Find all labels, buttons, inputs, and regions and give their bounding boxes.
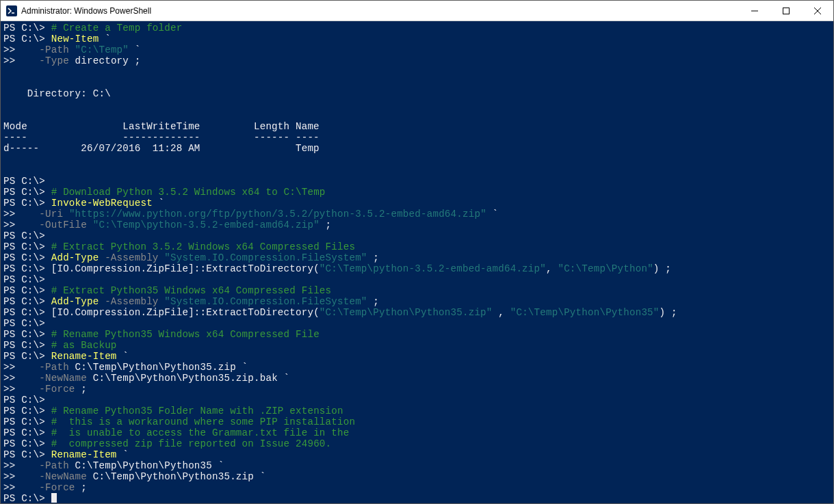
minimize-button[interactable] [739, 1, 770, 21]
terminal-segment: Directory: C:\ [3, 88, 111, 99]
terminal-segment: , [493, 307, 510, 318]
terminal-segment: PS C:\> [3, 438, 51, 449]
terminal-segment: -NewName [39, 471, 92, 482]
terminal-segment: ` [105, 34, 111, 44]
terminal-line: >> -NewName C:\Temp\Python\Python35.zip … [3, 471, 831, 482]
terminal-segment: PS C:\> [3, 395, 45, 406]
terminal-line [3, 154, 831, 165]
terminal-line [3, 99, 831, 110]
terminal-segment: >> [3, 373, 39, 384]
terminal-segment: # is unable to access the Grammar.txt fi… [51, 427, 350, 438]
terminal-line: PS C:\> Invoke-WebRequest ` [3, 198, 831, 209]
terminal-segment: # Extract Python35 Windows x64 Compresse… [51, 285, 332, 296]
terminal-line [3, 66, 831, 77]
terminal-segment: PS C:\> [3, 406, 51, 416]
terminal-segment: "System.IO.Compression.FileSystem" [164, 252, 367, 263]
terminal-segment: PS C:\> [3, 427, 51, 438]
terminal-line: >> -NewName C:\Temp\Python\Python35.zip.… [3, 373, 831, 384]
terminal-segment: C:\Temp\Python\Python35 ` [75, 460, 224, 471]
terminal-line: d----- 26/07/2016 11:28 AM Temp [3, 143, 831, 154]
terminal-line: PS C:\> [3, 318, 831, 329]
terminal-line: PS C:\> [3, 274, 831, 285]
terminal-segment: "C:\Temp\Python\Python35" [510, 307, 660, 318]
terminal-segment: Invoke-WebRequest [51, 198, 159, 209]
terminal-segment: PS C:\> [3, 252, 51, 263]
powershell-icon [6, 5, 17, 16]
terminal-segment: PS C:\> [3, 274, 45, 285]
terminal-segment: ) ; [653, 263, 671, 274]
terminal-segment: >> [3, 44, 39, 55]
terminal-segment: PS C:\> [3, 340, 51, 351]
terminal-segment: >> [3, 482, 39, 493]
terminal-segment: "C:\Temp\Python" [558, 263, 653, 274]
terminal-segment: PS C:\> [3, 285, 51, 296]
terminal-segment: "C:\Temp\python-3.5.2-embed-amd64.zip" [320, 263, 546, 274]
terminal-segment: -Force [39, 384, 81, 395]
terminal-segment: PS C:\> [3, 329, 51, 340]
terminal-segment: # as Backup [51, 340, 117, 351]
terminal-segment: PS C:\> [3, 416, 51, 427]
terminal-segment: PS C:\> [3, 493, 51, 503]
terminal-segment: >> [3, 471, 39, 482]
terminal-line: >> -Uri "https://www.python.org/ftp/pyth… [3, 209, 831, 220]
terminal-output[interactable]: PS C:\> # Create a Temp folderPS C:\> Ne… [1, 21, 833, 503]
terminal-segment: >> [3, 384, 39, 395]
terminal-line: PS C:\> # Extract Python35 Windows x64 C… [3, 285, 831, 296]
terminal-segment: -Type [39, 55, 75, 66]
terminal-segment: ---- ------------- ------ ---- [3, 132, 320, 143]
terminal-segment: -Assembly [105, 252, 164, 263]
terminal-segment: PS C:\> [3, 351, 51, 362]
terminal-segment: Mode LastWriteTime Length Name [3, 121, 320, 132]
terminal-segment: "C:\Temp" [75, 44, 135, 55]
maximize-button[interactable] [770, 1, 802, 21]
terminal-segment: # Rename Python35 Folder Name with .ZIP … [51, 406, 343, 416]
terminal-segment: ` [493, 209, 499, 220]
terminal-segment: PS C:\> [3, 241, 51, 252]
terminal-line: PS C:\> [3, 493, 831, 503]
terminal-segment: -Uri [39, 209, 69, 220]
terminal-segment: ) ; [660, 307, 677, 318]
terminal-segment: PS C:\> [3, 198, 51, 209]
terminal-line: PS C:\> [3, 230, 831, 241]
terminal-line: PS C:\> # compressed zip file reported o… [3, 438, 831, 449]
terminal-segment: -NewName [39, 373, 92, 384]
terminal-segment: "https://www.python.org/ftp/python/3.5.2… [69, 209, 493, 220]
terminal-segment: PS C:\> [3, 318, 45, 329]
terminal-segment: d----- 26/07/2016 11:28 AM Temp [3, 143, 320, 154]
terminal-segment: [IO.Compression.ZipFile]::ExtractToDirec… [51, 263, 320, 274]
terminal-line: PS C:\> # Rename Python35 Folder Name wi… [3, 406, 831, 416]
terminal-segment: "System.IO.Compression.FileSystem" [164, 296, 367, 307]
terminal-segment: "C:\Temp\python-3.5.2-embed-amd64.zip" [93, 220, 320, 230]
titlebar[interactable]: Administrator: Windows PowerShell [1, 1, 833, 21]
terminal-line: >> -Path "C:\Temp" ` [3, 44, 831, 55]
terminal-segment: -Force [39, 482, 81, 493]
terminal-segment: PS C:\> [3, 307, 51, 318]
window-title: Administrator: Windows PowerShell [21, 6, 151, 16]
terminal-segment: ` [159, 198, 165, 209]
terminal-segment: PS C:\> [3, 263, 51, 274]
terminal-segment: ` [135, 44, 141, 55]
terminal-line: PS C:\> # as Backup [3, 340, 831, 351]
terminal-line: PS C:\> # this is a workaround where som… [3, 416, 831, 427]
terminal-line: PS C:\> # Create a Temp folder [3, 23, 831, 34]
terminal-segment: Rename-Item [51, 449, 123, 460]
terminal-segment: ; [367, 252, 379, 263]
terminal-line: PS C:\> [3, 395, 831, 406]
terminal-segment: >> [3, 220, 39, 230]
terminal-segment: ; [320, 220, 331, 230]
terminal-line: PS C:\> Rename-Item ` [3, 351, 831, 362]
terminal-segment: >> [3, 460, 39, 471]
terminal-segment: -OutFile [39, 220, 92, 230]
terminal-line: >> -Force ; [3, 384, 831, 395]
terminal-segment: "C:\Temp\Python\Python35.zip" [320, 307, 493, 318]
terminal-segment: # Extract Python 3.5.2 Windows x64 Compr… [51, 241, 355, 252]
terminal-line: PS C:\> Add-Type -Assembly "System.IO.Co… [3, 296, 831, 307]
terminal-segment: ` [122, 351, 129, 362]
terminal-segment: PS C:\> [3, 187, 51, 198]
close-button[interactable] [802, 1, 833, 21]
terminal-segment: >> [3, 362, 39, 373]
powershell-window: Administrator: Windows PowerShell PS C:\… [0, 0, 834, 504]
terminal-segment: # Download Python 3.5.2 Windows x64 to C… [51, 187, 326, 198]
terminal-segment: ; [81, 384, 87, 395]
terminal-segment: directory ; [75, 55, 141, 66]
